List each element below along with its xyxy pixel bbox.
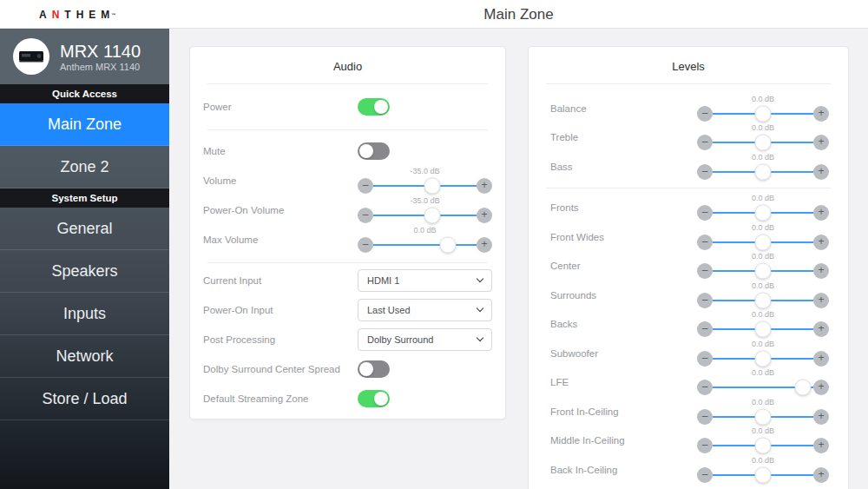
minus-button[interactable]: –: [697, 380, 713, 395]
slider-handle[interactable]: [755, 105, 772, 122]
sidebar-item-zone-2[interactable]: Zone 2: [0, 146, 169, 188]
plus-button[interactable]: +: [813, 293, 829, 308]
minus-button[interactable]: –: [697, 205, 713, 221]
slider-track[interactable]: [713, 171, 813, 173]
minus-button[interactable]: –: [358, 208, 373, 223]
slider-handle[interactable]: [439, 237, 456, 254]
slider-handle[interactable]: [424, 208, 440, 224]
row-control: 0.0 dB–+: [697, 94, 829, 123]
row-control: -35.0 dB–+: [358, 195, 492, 225]
slider-track[interactable]: [713, 387, 813, 388]
slider-track[interactable]: [713, 142, 813, 143]
slider-handle[interactable]: [755, 135, 772, 151]
minus-button[interactable]: –: [697, 467, 713, 483]
sidebar-item-inputs[interactable]: Inputs: [0, 293, 169, 335]
row-control: 0.0 dB–+: [697, 426, 829, 455]
plus-button[interactable]: +: [813, 235, 829, 250]
slider-track[interactable]: [713, 328, 813, 330]
slider-handle[interactable]: [755, 438, 772, 454]
plus-button[interactable]: +: [813, 467, 829, 483]
sidebar-item-store-load[interactable]: Store / Load: [0, 378, 169, 420]
slider-track[interactable]: [713, 241, 813, 243]
minus-button[interactable]: –: [358, 178, 373, 194]
minus-button[interactable]: –: [358, 237, 373, 253]
minus-button[interactable]: –: [697, 351, 713, 367]
plus-button[interactable]: +: [813, 351, 829, 367]
slider-handle[interactable]: [755, 205, 772, 221]
front-in-ceiling-slider: 0.0 dB–+: [697, 397, 829, 426]
levels-panel: Levels Balance0.0 dB–+Treble0.0 dB–+Bass…: [528, 46, 849, 489]
post-processing-select[interactable]: Dolby Surround: [358, 328, 492, 351]
row-label: Mute: [203, 146, 358, 156]
slider-track[interactable]: [713, 212, 813, 214]
plus-button[interactable]: +: [813, 263, 829, 279]
plus-button[interactable]: +: [477, 178, 492, 194]
slider-track[interactable]: [713, 474, 813, 476]
slider-handle[interactable]: [424, 178, 440, 195]
slider-track[interactable]: [713, 445, 813, 446]
slider-handle[interactable]: [755, 321, 772, 338]
row-control: 0.0 dB–+: [697, 309, 829, 339]
dolby-surround-center-spread-toggle[interactable]: [358, 360, 390, 378]
minus-button[interactable]: –: [697, 164, 713, 180]
slider-track[interactable]: [373, 244, 477, 246]
sidebar-item-network[interactable]: Network: [0, 335, 169, 378]
slider-bar: –+: [697, 379, 829, 396]
plus-button[interactable]: +: [477, 208, 492, 223]
plus-button[interactable]: +: [477, 237, 492, 253]
slider-handle[interactable]: [755, 234, 772, 250]
slider-track[interactable]: [373, 185, 477, 187]
lfe-slider: 0.0 dB–+: [697, 367, 829, 397]
slider-track[interactable]: [713, 416, 813, 418]
row-control: 0.0 dB–+: [358, 225, 492, 254]
slider-track[interactable]: [713, 270, 813, 272]
plus-button[interactable]: +: [813, 321, 829, 337]
row-dolby-surround-center-spread: Dolby Surround Center Spread: [190, 354, 505, 384]
row-max-volume: Max Volume0.0 dB–+: [190, 225, 505, 254]
row-label: Power-On Input: [203, 305, 358, 315]
plus-button[interactable]: +: [813, 409, 829, 425]
slider-handle[interactable]: [755, 350, 772, 367]
slider-handle[interactable]: [755, 408, 772, 425]
minus-button[interactable]: –: [697, 263, 713, 279]
minus-button[interactable]: –: [697, 293, 713, 308]
surrounds-slider: 0.0 dB–+: [697, 281, 829, 310]
power-on-input-select[interactable]: Last Used: [358, 299, 492, 321]
default-streaming-zone-toggle[interactable]: [358, 390, 390, 407]
current-input-select[interactable]: HDMI 1: [358, 269, 492, 292]
plus-button[interactable]: +: [813, 164, 829, 180]
row-label: Post Processing: [203, 334, 358, 345]
slider-value-label: 0.0 dB: [697, 368, 829, 377]
sidebar-item-speakers[interactable]: Speakers: [0, 250, 169, 293]
plus-button[interactable]: +: [813, 135, 829, 150]
minus-button[interactable]: –: [697, 409, 713, 425]
slider-bar: –+: [697, 204, 829, 221]
plus-button[interactable]: +: [813, 380, 829, 395]
slider-handle[interactable]: [795, 380, 812, 396]
slider-track[interactable]: [713, 113, 813, 115]
sidebar-item-main-zone[interactable]: Main Zone: [0, 103, 169, 146]
row-label: Middle In-Ceiling: [550, 435, 697, 446]
sidebar-item-general[interactable]: General: [0, 208, 169, 250]
slider-handle[interactable]: [755, 466, 772, 483]
slider-track[interactable]: [373, 215, 477, 216]
plus-button[interactable]: +: [813, 106, 829, 122]
minus-button[interactable]: –: [697, 135, 713, 150]
mute-toggle[interactable]: [358, 142, 390, 160]
slider-track[interactable]: [713, 300, 813, 301]
power-toggle[interactable]: [358, 98, 390, 116]
front-wides-slider: 0.0 dB–+: [697, 222, 829, 252]
minus-button[interactable]: –: [697, 438, 713, 453]
minus-button[interactable]: –: [697, 235, 713, 250]
slider-handle[interactable]: [755, 292, 772, 308]
slider-bar: –+: [697, 292, 829, 309]
sidebar: MRX 1140 Anthem MRX 1140 Quick AccessMai…: [0, 29, 169, 489]
minus-button[interactable]: –: [697, 106, 713, 122]
minus-button[interactable]: –: [697, 321, 713, 337]
slider-handle[interactable]: [755, 163, 772, 180]
plus-button[interactable]: +: [813, 205, 829, 221]
slider-bar: –+: [358, 207, 492, 224]
slider-handle[interactable]: [755, 263, 772, 280]
plus-button[interactable]: +: [813, 438, 829, 453]
slider-track[interactable]: [713, 358, 813, 360]
